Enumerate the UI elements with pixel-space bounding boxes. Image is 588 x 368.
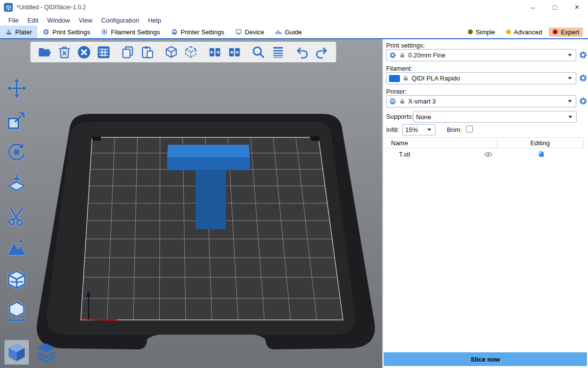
object-row[interactable]: T.stl [383, 148, 586, 160]
menu-window[interactable]: Window [43, 17, 74, 24]
chevron-down-icon [568, 54, 572, 56]
mode-label: Advanced [514, 28, 542, 36]
maximize-button[interactable]: □ [544, 0, 566, 15]
device-icon [235, 28, 242, 35]
supports-label: Supports: [386, 113, 414, 120]
tab-filament-settings[interactable]: Filament Settings [96, 26, 165, 38]
arrange-button[interactable] [96, 45, 111, 60]
chevron-down-icon [427, 129, 431, 131]
redo-button[interactable] [314, 45, 329, 60]
tab-device[interactable]: Device [230, 26, 270, 38]
mode-expert[interactable]: Expert [549, 27, 583, 37]
tab-label: Filament Settings [111, 28, 160, 36]
brim-checkbox[interactable] [466, 126, 473, 132]
lock-icon [399, 98, 405, 105]
column-divider [583, 138, 584, 147]
simple-mode-dot-icon [468, 29, 473, 34]
paint-supports-button[interactable] [5, 236, 28, 260]
object-name: T.stl [399, 151, 410, 158]
menu-bar: File Edit Window View Configuration Help [0, 15, 588, 26]
scale-button[interactable] [5, 108, 28, 132]
menu-edit[interactable]: Edit [23, 17, 43, 24]
tab-print-settings[interactable]: Print Settings [37, 26, 96, 38]
delete-all-button[interactable] [76, 45, 92, 60]
expert-mode-dot-icon [553, 29, 558, 34]
menu-configuration[interactable]: Configuration [97, 17, 144, 24]
supports-combo[interactable]: None [413, 111, 577, 123]
variable-layer-height-button[interactable] [270, 45, 286, 60]
infill-label: Infill: [386, 126, 399, 133]
lock-icon [403, 75, 409, 81]
filament-gear-button[interactable] [579, 74, 588, 82]
view-toggle [4, 340, 59, 365]
filament-value: QIDI PLA Rapido [412, 75, 460, 82]
undo-button[interactable] [294, 45, 310, 60]
remove-instance-button[interactable] [183, 45, 198, 60]
title-bar: *Untitled - QIDISlicer-1.0.2 – □ × [0, 0, 588, 15]
paste-button[interactable] [140, 45, 155, 60]
window-title: *Untitled - QIDISlicer-1.0.2 [17, 4, 86, 11]
tab-label: Print Settings [52, 28, 90, 36]
move-button[interactable] [5, 77, 28, 100]
filament-swatch [389, 75, 400, 82]
place-on-face-button[interactable] [5, 172, 28, 196]
print-settings-combo[interactable]: 0.20mm Fine [386, 49, 576, 61]
printer-value: X-smart 3 [408, 98, 436, 105]
chevron-down-icon [568, 116, 572, 118]
tab-printer-settings[interactable]: Printer Settings [166, 26, 230, 38]
tab-label: Printer Settings [181, 28, 224, 36]
print-settings-icon [43, 28, 49, 35]
editing-column-header[interactable]: Editing [497, 139, 583, 147]
tab-plater[interactable]: Plater [0, 26, 37, 38]
close-button[interactable]: × [566, 0, 588, 15]
printer-icon [389, 98, 396, 105]
menu-help[interactable]: Help [144, 17, 166, 24]
delete-button[interactable] [57, 45, 72, 60]
menu-file[interactable]: File [4, 17, 23, 24]
cut-button[interactable] [5, 204, 28, 228]
name-column-header[interactable]: Name [391, 139, 408, 147]
measure-button[interactable] [5, 300, 28, 323]
printer-settings-icon [171, 28, 178, 35]
seam-painting-button[interactable] [5, 268, 28, 291]
printer-combo[interactable]: X-smart 3 [386, 95, 576, 107]
tab-label: Plater [15, 28, 32, 36]
advanced-mode-dot-icon [506, 29, 511, 34]
visibility-eye-icon[interactable] [484, 150, 492, 160]
lock-icon [399, 52, 405, 58]
object-list: Name Editing T.stl [383, 137, 586, 160]
rotate-button[interactable] [5, 140, 28, 164]
tab-label: Guide [285, 28, 302, 36]
mode-label: Simple [476, 28, 495, 36]
preview-layers-button[interactable] [33, 340, 59, 365]
print-settings-gear-button[interactable] [579, 51, 588, 59]
split-to-objects-button[interactable] [207, 45, 222, 60]
split-to-parts-button[interactable] [227, 45, 242, 60]
slice-now-button[interactable]: Slice now [384, 352, 587, 366]
mode-label: Expert [561, 28, 579, 36]
copy-button[interactable] [120, 45, 135, 60]
filament-label: Filament: [386, 65, 412, 72]
tab-guide[interactable]: Guide [270, 26, 307, 38]
mode-selector: Simple Advanced Expert [464, 26, 588, 38]
mode-simple[interactable]: Simple [464, 27, 499, 37]
print-settings-label: Print settings: [386, 42, 425, 49]
add-instance-button[interactable] [164, 45, 179, 60]
app-logo-icon [4, 3, 13, 12]
viewport-3d[interactable] [0, 39, 382, 368]
editing-icon[interactable] [538, 150, 545, 159]
filament-combo[interactable]: QIDI PLA Rapido [386, 72, 576, 84]
menu-view[interactable]: View [74, 17, 97, 24]
gear-icon [389, 52, 396, 59]
infill-combo[interactable]: 15% [402, 124, 436, 135]
editor-3d-button[interactable] [4, 340, 29, 365]
minimize-button[interactable]: – [522, 0, 544, 15]
printer-gear-button[interactable] [579, 97, 588, 105]
tab-bar: Plater Print Settings Filament Settings … [0, 26, 588, 39]
mode-advanced[interactable]: Advanced [502, 27, 546, 37]
open-folder-button[interactable] [37, 45, 52, 60]
left-toolbar [5, 77, 28, 323]
search-button[interactable] [251, 45, 266, 60]
plater-icon [5, 28, 12, 35]
column-divider [497, 138, 497, 147]
